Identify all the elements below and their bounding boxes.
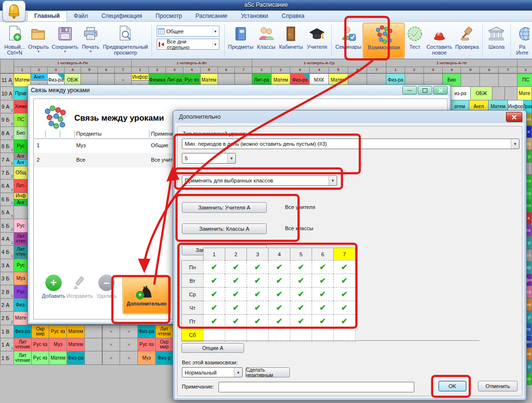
period-header[interactable]: 7 — [367, 67, 386, 73]
timetable-cell[interactable]: Муз — [49, 338, 67, 351]
timetable-cell[interactable]: Анг — [14, 199, 28, 206]
timetable-cell[interactable]: Рус — [14, 285, 28, 298]
timetable-cell[interactable]: Физ-ра — [67, 351, 85, 364]
timetable-cell[interactable]: × — [102, 338, 121, 351]
period-header[interactable]: 4 — [442, 67, 462, 73]
open-dropdown-caret[interactable]: ▾ — [38, 50, 40, 53]
timetable-cell[interactable]: Инфор — [131, 73, 149, 81]
grid-check-cell[interactable]: ✔ — [333, 314, 355, 328]
class-row-label[interactable]: 9 Б2 — [0, 113, 14, 126]
grid-period-header[interactable]: 7 — [333, 248, 355, 261]
timetable-cell[interactable]: Муз — [137, 351, 156, 364]
period-header[interactable]: 3 — [165, 67, 183, 73]
seminars-button[interactable]: Семинары — [334, 23, 363, 58]
window-titlebar[interactable]: aSc Расписание — [0, 0, 532, 11]
class-row-label[interactable]: 1 Б — [0, 351, 14, 364]
replace-teachers-button[interactable]: Заменить: Учителя А — [182, 202, 267, 213]
class-row-label[interactable]: 6 Б1 — [0, 193, 14, 206]
grid-check-cell[interactable]: ✔ — [203, 287, 225, 301]
period-header[interactable]: 3 — [47, 67, 65, 73]
timetable-cell[interactable]: Лит чтение — [14, 338, 32, 351]
tab-Просмотр[interactable]: Просмотр — [149, 11, 189, 21]
relations-button[interactable]: Взаимосвязи — [363, 23, 405, 58]
period-header[interactable]: 5 — [461, 67, 480, 73]
timetable-cell[interactable]: Рус — [14, 259, 28, 272]
class-row-label[interactable]: 4 А1 — [0, 232, 14, 246]
grid-check-cell[interactable]: ✔ — [203, 260, 225, 274]
class-row-label[interactable]: 6 А2 — [0, 179, 14, 193]
grid-check-cell[interactable] — [312, 328, 334, 342]
class-row-label[interactable]: 1 А1 — [0, 338, 14, 351]
timetable-cell[interactable]: Англ — [30, 73, 48, 81]
grid-check-cell[interactable] — [268, 328, 290, 342]
tab-Справка[interactable]: Справка — [275, 11, 311, 21]
print-button[interactable]: Печать ▾ — [80, 23, 101, 58]
open-button[interactable]: Открыть ▾ — [27, 23, 50, 58]
edit-button[interactable]: Исправить — [66, 275, 94, 299]
class-row-label[interactable]: 5 Б2 — [0, 219, 14, 232]
grid-check-cell[interactable]: ✔ — [246, 287, 269, 301]
weight-select[interactable]: Нормальный ▾ — [182, 367, 243, 377]
class-row-label[interactable]: 8 А1 — [0, 126, 14, 140]
period-header[interactable]: 7 — [234, 67, 252, 73]
timetable-cell[interactable] — [84, 338, 103, 351]
class-row-label[interactable]: 5 А3 — [0, 206, 14, 219]
classes-button[interactable]: Классы — [255, 23, 277, 58]
period-header[interactable]: 6 — [348, 67, 368, 73]
delete-button[interactable]: – Удалить — [93, 275, 121, 299]
timetable-cell[interactable]: ПС — [517, 73, 532, 87]
grid-check-cell[interactable]: ✔ — [268, 301, 290, 315]
timetable-cell[interactable]: Лит чтени — [155, 325, 174, 338]
timetable-cell[interactable]: Рус яз — [31, 338, 50, 351]
grid-check-cell[interactable] — [246, 328, 269, 342]
timetable-cell[interactable]: × — [102, 325, 121, 338]
grid-check-cell[interactable]: ✔ — [290, 314, 312, 328]
period-header[interactable]: 4 — [309, 67, 329, 73]
grid-check-cell[interactable]: ✔ — [268, 260, 290, 274]
timetable-cell[interactable]: Матем — [49, 351, 67, 364]
rooms-button[interactable]: Кабинеты — [277, 23, 304, 58]
timetable-cell[interactable] — [492, 86, 505, 100]
timetable-cell[interactable]: Лит чтен — [14, 245, 28, 259]
class-row-label[interactable]: 2 В1 — [0, 285, 14, 298]
make-inactive-button[interactable]: Сделать неактивным — [246, 367, 290, 377]
grid-check-cell[interactable]: ✔ — [225, 287, 247, 301]
grid-check-cell[interactable] — [203, 328, 225, 342]
period-header[interactable]: 5 — [328, 67, 348, 73]
period-header[interactable]: 2 — [30, 67, 48, 73]
grid-check-cell[interactable]: ✔ — [225, 260, 247, 274]
class-row-label[interactable]: 9 А2 — [0, 100, 14, 113]
period-header[interactable]: 3 — [290, 67, 310, 73]
timetable-cell[interactable] — [505, 86, 518, 100]
save-dropdown-caret[interactable]: ▾ — [64, 50, 66, 53]
grid-check-cell[interactable]: ✔ — [290, 301, 312, 315]
timetable-cell[interactable]: Мате — [517, 86, 532, 100]
timetable-cell[interactable]: Лит- — [14, 179, 28, 193]
grid-check-cell[interactable]: ✔ — [290, 260, 312, 274]
timetable-cell[interactable]: Матем — [67, 338, 85, 351]
school-button[interactable]: Школа — [485, 23, 508, 58]
timetable-cell[interactable]: Физ-ра — [137, 325, 156, 338]
timetable-cell[interactable]: Лит чтен — [14, 232, 28, 246]
grid-check-cell[interactable] — [333, 328, 355, 342]
grid-check-cell[interactable] — [290, 328, 312, 342]
class-row-label[interactable]: 8 Б1 — [0, 139, 14, 153]
print-dropdown-caret[interactable]: ▾ — [90, 50, 92, 53]
grid-check-cell[interactable]: ✔ — [225, 314, 247, 328]
subjects-button[interactable]: Предметы — [227, 23, 255, 58]
grid-check-cell[interactable]: ✔ — [333, 274, 355, 288]
tab-Установки[interactable]: Установки — [234, 11, 275, 21]
grid-check-cell[interactable]: ✔ — [246, 301, 269, 315]
note-input[interactable] — [218, 382, 414, 392]
timetable-cell[interactable]: Матем — [67, 325, 85, 338]
grid-period-header[interactable]: 4 — [268, 248, 290, 261]
grid-check-cell[interactable]: ✔ — [333, 287, 355, 301]
class-row-label[interactable]: 11 А4 — [0, 73, 14, 87]
class-row-label[interactable]: 1 В — [0, 325, 14, 338]
timetable-cell[interactable]: Мате — [14, 311, 28, 325]
close-icon[interactable] — [433, 86, 448, 95]
grid-check-cell[interactable]: ✔ — [246, 314, 269, 328]
grid-day-label[interactable]: Чт — [181, 301, 204, 315]
period-header[interactable]: 6 — [218, 67, 235, 73]
grid-day-label[interactable]: Сб — [181, 328, 204, 342]
